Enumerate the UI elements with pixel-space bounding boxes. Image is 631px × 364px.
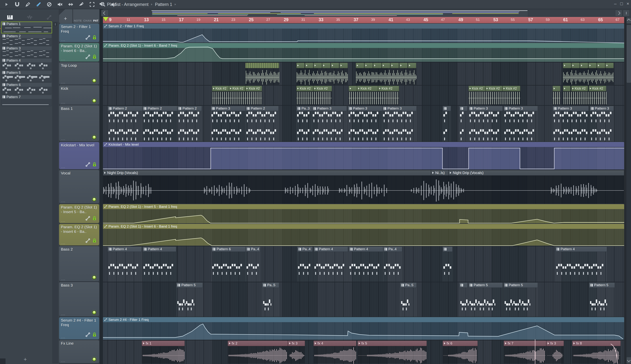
pattern-clip-region[interactable] [143,106,177,142]
track-options-dots[interactable]: ... [61,359,66,363]
automation-clip-serum-2-4-filter-1-freq[interactable]: Serum 2 #4 - Filter 1 Freq [103,317,624,322]
track-header-param-eq-2-insert-6-band-1[interactable]: Param. EQ 2 (Slot 1) - Insert 6 - Ba....… [59,224,99,246]
pattern-clip-region[interactable] [177,106,202,142]
track-header-bass-1[interactable]: Bass 1... [59,106,99,141]
pattern-clip-pattern-3[interactable]: Pattern 3 [312,106,347,111]
audio-clip-kick-2[interactable]: Kick #2 [357,86,378,91]
mute-icon[interactable] [57,1,63,8]
marker-button[interactable] [623,10,629,16]
pattern-clip-pattern-3[interactable]: Pattern 3 [382,106,417,111]
add-track-button[interactable]: + [59,9,72,23]
lock-icon[interactable] [92,54,97,60]
track-options-dots[interactable]: ... [61,137,66,141]
audio-clip[interactable] [597,63,605,68]
automation-clip-body-param-eq-2-insert-6-band-7[interactable] [103,48,624,62]
scroll-left-button[interactable] [101,10,109,16]
audio-clip[interactable] [331,63,339,68]
audio-clip-body[interactable] [245,68,279,85]
pattern-clip-region[interactable] [383,246,402,282]
fx-clip-body[interactable] [572,346,621,364]
audio-clip-kick-2[interactable]: Kick #2 [468,86,485,91]
vocal-clip-night-drip[interactable]: Night Drip (Vocals) [103,170,431,176]
track-mute-led[interactable] [92,99,96,103]
fx-clip-fx-2[interactable]: fx 2 [228,340,288,346]
audio-clip[interactable] [563,86,570,91]
audio-clip[interactable] [390,63,399,68]
pattern-clip-pa-4[interactable]: Pa..4 [383,246,402,252]
fx-clip-body[interactable] [357,346,427,364]
pattern-clip-region[interactable] [382,106,417,142]
vocal-clip-body[interactable] [103,176,431,204]
audio-clip[interactable] [563,63,571,68]
pattern-clip-region[interactable] [108,246,142,282]
fx-clip-fx-7[interactable]: fx 7 [504,340,546,346]
lock-icon[interactable] [92,238,97,244]
track-header-vocal[interactable]: Vocal... [59,170,99,204]
automation-clip-param-eq-2-insert-5-band-1[interactable]: Param. EQ 2 (Slot 1) - Insert 5 - Band 1… [103,204,624,209]
audio-clip-kick-2[interactable]: Kick #2 [589,86,606,91]
audio-clip-body[interactable] [552,91,560,105]
automation-clip-body-serum-2-filter-1-freq[interactable] [103,28,624,42]
pattern-clip-region[interactable] [246,246,260,282]
breadcrumb[interactable]: Pattern 1 [155,2,172,7]
track-mute-led[interactable] [92,310,96,314]
track-options-dots[interactable]: ... [61,335,66,339]
tab-pat[interactable]: PAT [93,19,99,22]
pattern-clip-pa-5[interactable]: Pa..5 [400,282,417,288]
audio-clip[interactable] [571,63,580,68]
pattern-clip-region[interactable] [297,246,313,282]
track-header-fx-line[interactable]: Fx Line... [59,340,99,363]
fx-clip-fx-5[interactable]: fx 5 [357,340,427,346]
lock-icon[interactable] [92,35,97,40]
pattern-clip[interactable] [443,246,453,252]
pattern-clip-pa-3[interactable]: Pa..3 [296,106,312,111]
pattern-clip-pattern-3[interactable]: Pattern 3 [552,106,589,111]
track-header-top-loop[interactable]: Top Loop... [59,62,99,85]
pattern-clip-region[interactable] [468,106,503,142]
audio-clip-kick-2[interactable]: Kick #2 [229,86,245,91]
pattern-list-scroll-thumb[interactable] [53,22,57,27]
lock-icon[interactable] [92,162,97,168]
audio-clip[interactable] [349,86,357,91]
add-pattern-button[interactable]: + [24,356,27,362]
pattern-clip-pattern-5[interactable]: Pattern 5 [503,282,538,288]
audio-clip[interactable] [552,86,560,91]
audio-clip-body[interactable] [296,91,332,105]
pattern-clip-region[interactable] [143,246,176,282]
pattern-clip-region[interactable] [555,246,607,282]
audio-clip-body[interactable] [563,68,614,85]
automation-clip-body-kickstart-mix-level[interactable] [103,147,624,170]
vocal-clip-night-drip[interactable]: Night Drip (Vocals) [448,170,624,176]
pattern-clip-pa-5[interactable]: Pa..5 [262,282,279,288]
track-mute-led[interactable] [92,135,96,140]
scroll-up-button[interactable] [626,17,631,24]
track-header-kickstart-mix-level[interactable]: Kickstart - Mix level... [59,142,99,169]
timeline-ruler[interactable]: 9111315171921232527293133353739414345474… [103,17,625,24]
pattern-clip-pattern-4[interactable]: Pattern 4 [108,246,142,252]
slip-icon[interactable] [68,1,74,8]
pattern-clip-region[interactable] [312,106,347,142]
pattern-clip-pattern-4[interactable]: Pattern 4 [349,246,383,252]
pattern-clip-pattern-3[interactable]: Pattern 3 [348,106,382,111]
pattern-clip-region[interactable] [314,246,348,282]
audio-clip-kick-2[interactable]: Kick #2 [485,86,502,91]
automation-clip-param-eq-2-insert-6-band-7[interactable]: Param. EQ 2 (Slot 1) - Insert 6 - Band 7… [103,43,624,48]
pattern-clip-pattern-5[interactable]: Pattern 5 [468,282,503,288]
pattern-clip-region[interactable] [503,106,538,142]
scroll-right-button[interactable] [615,10,622,16]
pattern-clip-pattern-4[interactable]: Pattern 4 [143,246,176,252]
audio-clip-body[interactable] [563,91,606,105]
pattern-clip-pattern-5[interactable]: Pattern 5 [589,282,615,288]
audio-clip[interactable] [382,63,390,68]
paint-brush-icon[interactable] [36,1,42,8]
pattern-clip-pa-4[interactable]: Pa..4 [246,246,260,252]
pattern-item-pattern-3[interactable]: Pattern 3 [1,46,52,58]
pattern-clip-pattern-2[interactable]: Pattern 2 [143,106,177,111]
pattern-clip-pattern-2[interactable]: Pattern 2 [108,106,143,111]
pattern-clip-region[interactable] [552,106,589,142]
audio-clip-kick-2[interactable]: Kick #2 [313,86,332,91]
fx-clip-body[interactable] [228,346,288,364]
track-header-serum-2-filter-1-freq[interactable]: Serum 2 - Filter 1 Freq... [59,24,99,42]
track-options-dots[interactable]: ... [61,80,66,84]
lock-icon[interactable] [92,216,97,222]
